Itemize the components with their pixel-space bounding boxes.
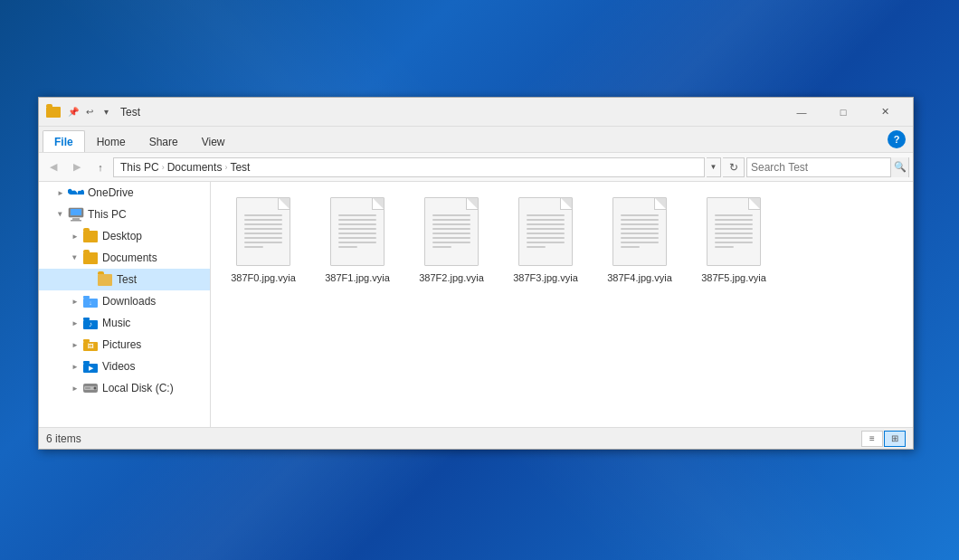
status-bar: 6 items ≡ ⊞ xyxy=(39,427,913,449)
refresh-button[interactable]: ↻ xyxy=(723,157,745,177)
details-view-button[interactable]: ≡ xyxy=(861,431,883,447)
minimize-button[interactable]: — xyxy=(781,98,822,127)
file-item-f0[interactable]: 387F0.jpg.vyia xyxy=(218,189,309,290)
expand-arrow-localdisk: ► xyxy=(68,381,82,395)
documents-folder-icon xyxy=(82,250,99,266)
sidebar-label-desktop: Desktop xyxy=(102,230,206,242)
view-buttons: ≡ ⊞ xyxy=(861,431,906,447)
svg-text:♪: ♪ xyxy=(89,320,92,328)
close-button[interactable]: ✕ xyxy=(864,98,906,127)
sidebar-label-thispc: This PC xyxy=(88,208,206,221)
svg-rect-3 xyxy=(71,220,81,222)
sidebar-item-thispc[interactable]: ► This PC xyxy=(39,204,210,225)
qa-undo-icon[interactable]: ↩ xyxy=(82,105,97,119)
file-label-f4: 387F4.jpg.vyia xyxy=(607,271,672,284)
file-label-f0: 387F0.jpg.vyia xyxy=(231,271,296,284)
path-segment-test[interactable]: Test xyxy=(227,160,252,175)
search-button[interactable]: 🔍 xyxy=(890,157,908,177)
svg-text:🖼: 🖼 xyxy=(88,343,94,349)
expand-arrow-videos: ► xyxy=(68,359,82,374)
sidebar-label-videos: Videos xyxy=(102,360,206,373)
svg-rect-1 xyxy=(71,209,81,215)
expand-arrow-test: ► xyxy=(82,272,97,287)
sidebar-label-documents: Documents xyxy=(102,252,206,264)
forward-button[interactable]: ▶ xyxy=(66,157,88,178)
address-bar: ◀ ▶ ↑ This PC › Documents › Test ▼ ↻ 🔍 xyxy=(39,153,913,182)
file-item-f5[interactable]: 387F5.jpg.vyia xyxy=(688,189,779,290)
file-item-f2[interactable]: 387F2.jpg.vyia xyxy=(406,189,497,290)
sidebar-item-videos[interactable]: ► ▶ Videos xyxy=(39,356,210,377)
qa-dropdown-icon[interactable]: ▾ xyxy=(99,105,113,119)
sidebar-item-desktop[interactable]: ► Desktop xyxy=(39,225,210,247)
svg-rect-14 xyxy=(83,361,90,364)
window-title: Test xyxy=(117,106,781,119)
sidebar-label-downloads: Downloads xyxy=(102,295,206,308)
tab-file[interactable]: File xyxy=(43,130,85,152)
search-input[interactable] xyxy=(747,161,890,174)
file-label-f3: 387F3.jpg.vyia xyxy=(513,271,578,284)
sidebar-item-pictures[interactable]: ► 🖼 Pictures xyxy=(39,334,210,356)
videos-icon: ▶ xyxy=(82,358,99,375)
back-button[interactable]: ◀ xyxy=(43,157,64,178)
test-folder-icon xyxy=(97,271,113,288)
svg-rect-11 xyxy=(83,339,90,342)
file-label-f5: 387F5.jpg.vyia xyxy=(701,271,766,284)
file-icon-f4 xyxy=(609,195,670,268)
file-icon-f3 xyxy=(515,195,576,268)
file-area: 387F0.jpg.vyia387F1.jpg.vyia387F2.jpg.vy… xyxy=(211,182,913,427)
file-item-f3[interactable]: 387F3.jpg.vyia xyxy=(500,189,591,290)
music-icon: ♪ xyxy=(82,315,99,331)
svg-rect-2 xyxy=(72,218,80,220)
window-icon xyxy=(46,105,61,119)
folder-icon-small xyxy=(46,107,61,118)
sidebar-item-downloads[interactable]: ► ↓ Downloads xyxy=(39,290,210,312)
expand-arrow-onedrive: ► xyxy=(53,185,68,200)
path-segment-thispc[interactable]: This PC xyxy=(118,160,162,175)
title-bar: 📌 ↩ ▾ Test — □ ✕ xyxy=(39,98,913,127)
file-icon-f0 xyxy=(233,195,294,268)
downloads-icon: ↓ xyxy=(82,293,99,309)
svg-text:↓: ↓ xyxy=(89,299,92,306)
expand-arrow-pictures: ► xyxy=(68,337,82,352)
search-box: 🔍 xyxy=(746,157,909,177)
pictures-icon: 🖼 xyxy=(82,337,99,353)
file-item-f4[interactable]: 387F4.jpg.vyia xyxy=(594,189,685,290)
large-icon-view-button[interactable]: ⊞ xyxy=(884,431,906,447)
expand-arrow-music: ► xyxy=(68,316,82,330)
maximize-button[interactable]: □ xyxy=(822,98,864,127)
sidebar-label-test: Test xyxy=(117,273,206,286)
up-button[interactable]: ↑ xyxy=(90,157,111,178)
file-label-f1: 387F1.jpg.vyia xyxy=(325,271,390,284)
sidebar-label-music: Music xyxy=(102,317,206,329)
file-label-f2: 387F2.jpg.vyia xyxy=(419,271,484,284)
sidebar-item-test[interactable]: ► Test xyxy=(39,269,210,290)
expand-arrow-downloads: ► xyxy=(68,294,82,308)
path-segment-documents[interactable]: Documents xyxy=(165,160,225,175)
svg-point-18 xyxy=(94,387,97,390)
expand-arrow-desktop: ► xyxy=(68,229,82,243)
tab-view[interactable]: View xyxy=(190,130,237,152)
localdisk-icon xyxy=(82,380,99,396)
sidebar-item-onedrive[interactable]: ► OneDrive xyxy=(39,182,210,204)
explorer-window: 📌 ↩ ▾ Test — □ ✕ File Home Share View ? … xyxy=(38,97,914,450)
file-item-f1[interactable]: 387F1.jpg.vyia xyxy=(312,189,403,290)
main-area: ► OneDrive ► xyxy=(39,182,913,427)
sidebar-label-onedrive: OneDrive xyxy=(88,186,206,199)
sidebar-label-localdisk: Local Disk (C:) xyxy=(102,382,206,394)
help-button[interactable]: ? xyxy=(888,130,906,148)
expand-arrow-documents: ► xyxy=(68,251,82,265)
tab-share[interactable]: Share xyxy=(138,130,190,152)
file-icon-f2 xyxy=(421,195,482,268)
sidebar-item-localdisk[interactable]: ► Local Disk (C:) xyxy=(39,377,210,399)
thispc-icon xyxy=(68,206,84,223)
tab-home[interactable]: Home xyxy=(85,130,138,152)
item-count: 6 items xyxy=(46,432,861,445)
address-dropdown[interactable]: ▼ xyxy=(707,157,721,177)
sidebar-item-documents[interactable]: ► Documents xyxy=(39,247,210,269)
svg-rect-19 xyxy=(85,387,90,389)
quick-access-toolbar: 📌 ↩ ▾ xyxy=(66,105,113,119)
qa-pin-icon[interactable]: 📌 xyxy=(66,105,81,119)
address-path[interactable]: This PC › Documents › Test xyxy=(113,157,705,177)
ribbon: File Home Share View ? xyxy=(39,127,913,153)
sidebar-item-music[interactable]: ► ♪ Music xyxy=(39,312,210,334)
